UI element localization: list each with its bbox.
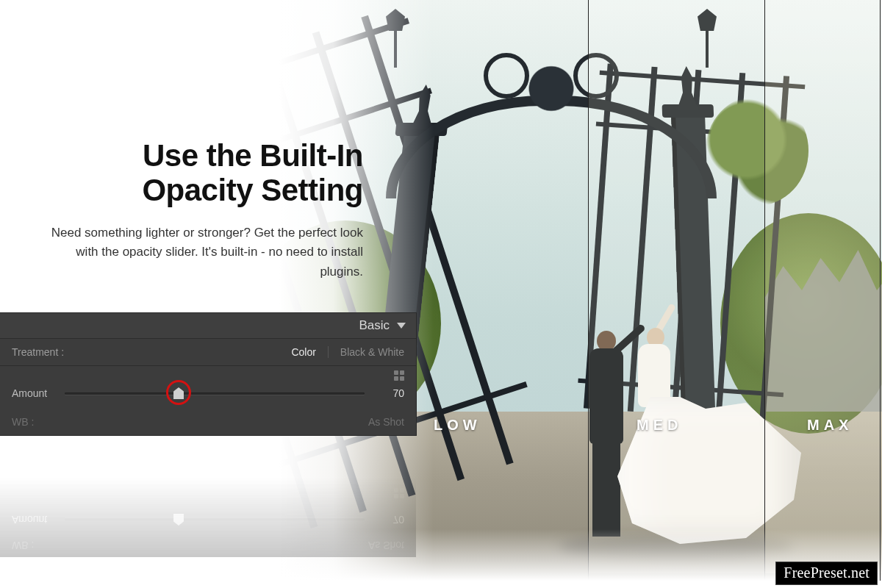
- wb-label: WB :: [12, 416, 34, 428]
- compare-divider: [588, 0, 589, 581]
- separator: [328, 346, 329, 358]
- treatment-label: Treatment :: [12, 346, 64, 358]
- description: Need something lighter or stronger? Get …: [47, 223, 363, 282]
- amount-slider[interactable]: [65, 387, 365, 400]
- panel-reflection: WB : As Shot Amount 70 Treatment : Color…: [0, 435, 416, 557]
- watermark: FreePreset.net: [775, 562, 878, 585]
- highlight-ring-icon: [166, 380, 191, 405]
- grid-view-icon[interactable]: [394, 370, 404, 381]
- wb-value[interactable]: As Shot: [368, 416, 404, 428]
- frame-right-edge: [880, 0, 881, 581]
- lightroom-basic-panel: Basic Treatment : Color Black & White Am…: [0, 313, 416, 557]
- panel-title: Basic: [359, 318, 390, 333]
- treatment-option-color[interactable]: Color: [291, 346, 315, 358]
- amount-value[interactable]: 70: [375, 387, 404, 399]
- disclosure-triangle-icon[interactable]: [397, 323, 406, 329]
- compare-label-max: MAX: [807, 417, 853, 434]
- headline: Use the Built-In Opacity Setting: [47, 138, 363, 207]
- headline-line2: Opacity Setting: [142, 173, 363, 207]
- compare-divider: [764, 0, 765, 581]
- marketing-copy: Use the Built-In Opacity Setting Need so…: [47, 138, 363, 282]
- headline-line1: Use the Built-In: [143, 138, 363, 173]
- panel-header[interactable]: Basic: [0, 313, 416, 339]
- amount-label: Amount: [12, 387, 54, 399]
- compare-label-med: MED: [637, 417, 682, 434]
- treatment-option-bw[interactable]: Black & White: [340, 346, 404, 358]
- compare-label-low: LOW: [434, 417, 481, 434]
